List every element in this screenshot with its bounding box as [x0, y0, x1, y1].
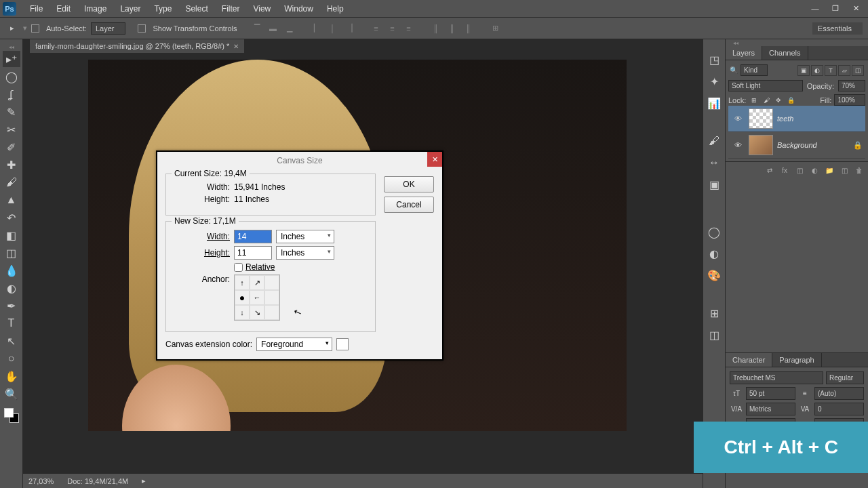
- distribute-right-icon[interactable]: ║: [461, 21, 476, 36]
- align-hcenter-icon[interactable]: │: [326, 21, 340, 36]
- maximize-button[interactable]: ❐: [826, 2, 845, 16]
- eyedropper-tool[interactable]: ✐: [3, 139, 20, 155]
- anchor-c[interactable]: ←: [250, 290, 264, 305]
- distribute-bottom-icon[interactable]: ≡: [401, 21, 416, 36]
- gradients-panel-icon[interactable]: 🎨: [706, 267, 722, 283]
- close-tab-icon[interactable]: ✕: [233, 43, 239, 50]
- menu-help[interactable]: Help: [320, 1, 351, 16]
- font-family-dropdown[interactable]: Trebuchet MS: [730, 371, 823, 384]
- distribute-vcenter-icon[interactable]: ≡: [385, 21, 400, 36]
- marquee-tool[interactable]: ◯: [3, 68, 20, 85]
- delete-layer-icon[interactable]: 🗑: [853, 165, 865, 176]
- healing-tool[interactable]: ✚: [3, 157, 20, 173]
- filter-shape-icon[interactable]: ▱: [838, 65, 850, 76]
- clone-panel-icon[interactable]: ▣: [706, 176, 722, 192]
- zoom-level[interactable]: 27,03%: [28, 477, 54, 485]
- character-tab[interactable]: Character: [726, 353, 772, 367]
- anchor-r[interactable]: [264, 290, 279, 305]
- lock-paint-icon[interactable]: 🖌: [761, 95, 772, 106]
- menu-file[interactable]: File: [23, 1, 50, 16]
- distribute-left-icon[interactable]: ║: [429, 21, 443, 36]
- menu-filter[interactable]: Filter: [215, 1, 247, 16]
- show-transform-checkbox[interactable]: [138, 24, 146, 33]
- crop-tool[interactable]: ✂: [3, 121, 20, 138]
- fg-color-swatch[interactable]: [4, 408, 14, 418]
- layer-name[interactable]: teeth: [777, 115, 793, 123]
- layer-thumbnail[interactable]: [749, 108, 773, 129]
- stamp-tool[interactable]: ▲: [3, 192, 20, 208]
- minimize-button[interactable]: —: [806, 2, 825, 16]
- workspace-dropdown[interactable]: Essentials: [812, 22, 863, 35]
- link-layers-icon[interactable]: ⇄: [764, 165, 776, 176]
- new-height-input[interactable]: 11: [234, 246, 272, 260]
- adjustment-layer-icon[interactable]: ◐: [808, 165, 821, 176]
- ok-button[interactable]: OK: [384, 176, 434, 192]
- anchor-bl[interactable]: ↓: [235, 305, 250, 320]
- anchor-l[interactable]: ●: [235, 290, 250, 305]
- layer-name[interactable]: Background: [777, 141, 817, 149]
- distribute-top-icon[interactable]: ≡: [369, 21, 384, 36]
- menu-select[interactable]: Select: [178, 1, 214, 16]
- document-tab[interactable]: family-mom-daughter-smiling.jpg @ 27% (t…: [30, 39, 244, 53]
- relative-checkbox[interactable]: [234, 263, 243, 272]
- layer-mask-icon[interactable]: ◫: [793, 165, 806, 176]
- menu-type[interactable]: Type: [147, 1, 178, 16]
- gradient-tool[interactable]: ◫: [3, 245, 20, 261]
- dodge-tool[interactable]: ◐: [3, 280, 20, 296]
- anchor-tr[interactable]: [264, 275, 279, 290]
- lock-pos-icon[interactable]: ✥: [773, 95, 784, 106]
- eraser-tool[interactable]: ◧: [3, 227, 20, 243]
- menu-edit[interactable]: Edit: [50, 1, 77, 16]
- layers-tab[interactable]: Layers: [726, 46, 762, 60]
- cancel-button[interactable]: Cancel: [384, 197, 434, 213]
- swatches-panel-icon[interactable]: ◯: [706, 224, 722, 240]
- align-top-icon[interactable]: ▔: [250, 21, 264, 36]
- shape-tool[interactable]: ○: [3, 350, 20, 367]
- paragraph-tab[interactable]: Paragraph: [772, 353, 821, 367]
- styles-panel-icon[interactable]: ↔: [706, 155, 722, 171]
- anchor-b[interactable]: ↘: [250, 305, 264, 320]
- new-layer-icon[interactable]: ◫: [838, 165, 850, 176]
- anchor-br[interactable]: [264, 305, 279, 320]
- status-arrow-icon[interactable]: ▸: [142, 476, 146, 485]
- menu-window[interactable]: Window: [277, 1, 320, 16]
- history-panel-icon[interactable]: ◳: [706, 52, 722, 68]
- filter-type-icon[interactable]: T: [825, 65, 837, 76]
- menu-view[interactable]: View: [246, 1, 277, 16]
- channels-tab[interactable]: Channels: [762, 46, 808, 60]
- align-vcenter-icon[interactable]: ▬: [266, 21, 281, 36]
- align-bottom-icon[interactable]: ▁: [282, 21, 297, 36]
- panel-collapse-icon[interactable]: ◂◂: [726, 39, 749, 46]
- path-select-tool[interactable]: ↖: [3, 333, 20, 349]
- kerning-input[interactable]: Metrics: [746, 403, 795, 415]
- dialog-close-button[interactable]: ✕: [427, 152, 442, 167]
- color-panel-icon[interactable]: ✦: [706, 73, 722, 89]
- layer-item[interactable]: 👁 teeth: [728, 106, 865, 132]
- layer-group-icon[interactable]: 📁: [823, 165, 835, 176]
- adjustments-panel-icon[interactable]: ◐: [706, 245, 722, 262]
- brushes-panel-icon[interactable]: ⊞: [706, 305, 722, 321]
- close-window-button[interactable]: ✕: [846, 2, 865, 16]
- leading-input[interactable]: (Auto): [814, 387, 864, 400]
- lock-all-icon[interactable]: 🔒: [785, 95, 796, 106]
- tracking-input[interactable]: 0: [814, 403, 864, 415]
- lasso-tool[interactable]: ʆ: [3, 86, 20, 102]
- hand-tool[interactable]: ✋: [3, 368, 20, 384]
- layer-filter-kind[interactable]: Kind: [741, 64, 768, 76]
- masks-panel-icon[interactable]: ◫: [706, 327, 722, 343]
- fill-input[interactable]: 100%: [834, 94, 865, 106]
- move-tool[interactable]: ▸⁺: [3, 51, 20, 67]
- visibility-icon[interactable]: 👁: [734, 115, 742, 123]
- anchor-tl[interactable]: ↑: [235, 275, 250, 290]
- brush-tool[interactable]: 🖌: [3, 174, 20, 190]
- brush-panel-icon[interactable]: 🖌: [706, 133, 722, 149]
- zoom-tool[interactable]: 🔍: [3, 386, 20, 402]
- new-width-input[interactable]: 14: [234, 230, 272, 243]
- type-tool[interactable]: T: [3, 315, 20, 331]
- extension-color-dropdown[interactable]: Foreground: [256, 338, 332, 351]
- width-unit-dropdown[interactable]: Inches: [276, 230, 334, 243]
- filter-image-icon[interactable]: ▣: [797, 65, 810, 76]
- font-style-dropdown[interactable]: Regular: [826, 371, 864, 384]
- history-brush-tool[interactable]: ↶: [3, 209, 20, 226]
- toolbar-handle-icon[interactable]: ◂◂: [0, 43, 23, 50]
